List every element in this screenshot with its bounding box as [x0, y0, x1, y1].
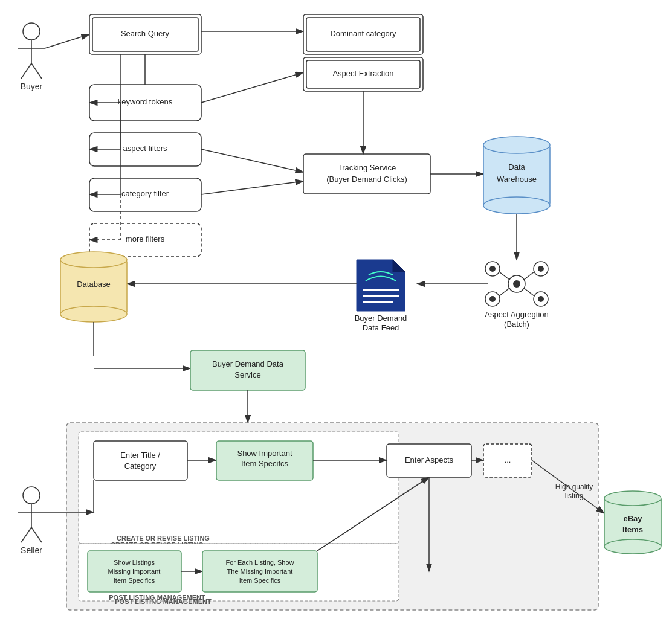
data-warehouse-top [483, 137, 550, 153]
feed-label2: Data Feed [363, 323, 399, 332]
tracking-service-label1: Tracking Service [338, 163, 396, 172]
seller-label: Seller [21, 545, 42, 555]
bds-label2: Service [234, 370, 260, 379]
tracking-service-box [303, 154, 430, 194]
agg-label2: (Batch) [504, 320, 529, 329]
show-important-label2: Item Specifcs [241, 459, 289, 468]
data-warehouse-label1: Data [508, 162, 525, 172]
keyword-tokens-label: keyword tokens [118, 97, 173, 106]
data-warehouse-bottom [483, 197, 550, 214]
feed-label1: Buyer Demand [355, 313, 407, 323]
ebay-items-label1: eBay [623, 514, 642, 523]
post-listing-text: POST LISTING MANAGEMENT [115, 598, 212, 605]
agg-dot-tr [538, 266, 544, 272]
aspect-filters-label: aspect filters [123, 144, 167, 153]
foreach-label3: Item Specifics [239, 577, 281, 584]
enter-title-label2: Category [124, 461, 157, 471]
bds-label1: Buyer Demand Data [212, 359, 284, 368]
buyer-to-search-arrow [45, 34, 89, 48]
agg-line-tr [524, 272, 534, 280]
ellipsis-label: ... [505, 455, 511, 464]
show-listings-label2: Missing Important [108, 568, 161, 575]
create-revise-text: CREATE OR REVISE LISTING [117, 535, 210, 542]
agg-dot-br [538, 296, 544, 302]
high-quality-label2: listing [565, 492, 584, 500]
database-label: Database [77, 280, 111, 289]
database-bottom [60, 306, 127, 322]
enter-aspects-label: Enter Aspects [405, 455, 454, 464]
buyer-leg-right [31, 63, 42, 79]
ebay-items-top [604, 491, 661, 506]
show-listings-label3: Item Specifics [114, 577, 155, 584]
data-warehouse-label2: Warehouse [497, 175, 537, 184]
aspect-extraction-label: Aspect Extraction [332, 69, 393, 78]
ebay-items-bottom [604, 539, 661, 554]
agg-label1: Aspect Aggregtion [485, 310, 549, 319]
buyer-label: Buyer [21, 82, 43, 91]
ebay-items-label2: Items [622, 525, 643, 534]
seller-leg-right [31, 527, 42, 542]
enter-title-label1: Enter Title / [120, 451, 160, 460]
buyer-head [23, 23, 40, 40]
cat-to-tracking [201, 181, 303, 194]
high-quality-label1: High quality [555, 483, 593, 491]
keyword-to-aspect-arrow [201, 72, 303, 103]
tracking-service-label2: (Buyer Demand Clicks) [326, 175, 407, 184]
buyer-leg-left [21, 63, 31, 79]
show-important-label1: Show Important [237, 449, 292, 458]
database-top [60, 252, 127, 268]
seller-leg-left [21, 527, 31, 542]
agg-center-dot [513, 280, 520, 288]
search-query-label: Search Query [121, 29, 170, 38]
agg-line-br [524, 288, 534, 296]
agg-dot-bl [489, 296, 496, 302]
dominant-label: Dominant category [330, 29, 396, 38]
aspect-to-tracking [201, 149, 303, 172]
agg-dot-tl [489, 266, 496, 272]
more-filters-label: more filters [126, 234, 165, 243]
agg-line-tl [499, 272, 509, 280]
foreach-label1: For Each Listing, Show [225, 559, 294, 566]
seller-head [23, 487, 40, 504]
agg-line-bl [499, 288, 509, 296]
foreach-label2: The Missing Important [227, 568, 293, 575]
category-filter-label: category filter [121, 189, 169, 198]
show-listings-label1: Show Listings [114, 559, 155, 566]
feed-doc-corner [393, 260, 405, 272]
enter-title-box [94, 441, 187, 480]
